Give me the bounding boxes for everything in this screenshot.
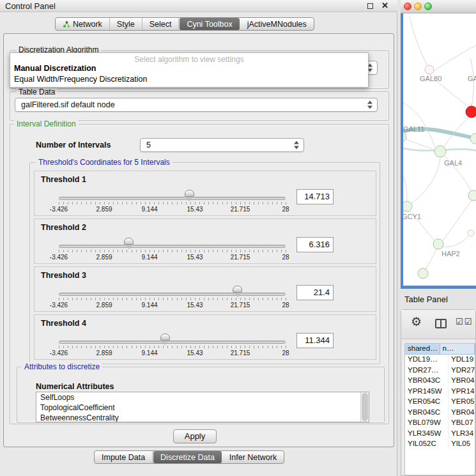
network-edge[interactable] [443, 200, 472, 241]
threshold-slider-ticks [59, 298, 286, 300]
network-edge[interactable] [410, 17, 427, 65]
bottom-tab-label: Discretize Data [160, 453, 215, 462]
network-node-label: GAL4 [444, 159, 462, 167]
attribute-list-item[interactable]: BetweennessCentrality [36, 413, 369, 422]
table-cell-shared-name[interactable]: YDR27… [405, 365, 449, 376]
network-node-label: GCY1 [403, 213, 421, 220]
table-row[interactable]: YBL079W YBL07 [405, 418, 475, 429]
table-cell-shared-name[interactable]: YIL052C [405, 439, 449, 450]
network-node[interactable] [403, 201, 412, 211]
network-node[interactable] [425, 65, 434, 74]
table-row[interactable]: YPR145W YPR14 [405, 387, 475, 397]
minimize-traffic-light-icon[interactable] [414, 3, 422, 10]
tick-label: 15.43 [182, 254, 208, 261]
threshold-slider-thumb[interactable] [185, 190, 194, 197]
top-tab[interactable]: Cyni Toolbox [180, 18, 239, 30]
table-cell-shared-name[interactable]: YLR345W [405, 429, 449, 440]
select-rows-icons[interactable]: ☑☑ [456, 317, 473, 326]
network-edge[interactable] [411, 157, 440, 204]
tick-label: 21.715 [227, 349, 253, 357]
table-cell-shared-name[interactable]: YPR145W [405, 387, 449, 397]
attribute-list-item[interactable]: SelfLoops [36, 392, 369, 403]
threshold-value-field[interactable]: 21.4 [296, 285, 334, 300]
table-cell-name[interactable]: YBR04 [449, 408, 475, 418]
table-row[interactable]: YBR043C YBR04 [405, 376, 475, 387]
network-edge[interactable] [403, 173, 407, 202]
table-column-header[interactable]: shared… [405, 344, 440, 355]
table-cell-name[interactable]: YPR14 [449, 387, 475, 397]
bottom-tab[interactable]: Infer Network [222, 451, 284, 463]
threshold-slider-thumb[interactable] [160, 334, 170, 341]
network-node[interactable] [470, 134, 476, 144]
table-row[interactable]: YBR045C YBR04 [405, 408, 475, 418]
table-cell-name[interactable]: YLR34 [449, 429, 475, 440]
table-cell-name[interactable]: YER05 [449, 397, 475, 408]
tick-label: 21.715 [227, 302, 253, 309]
table-cell-shared-name[interactable]: YBR045C [405, 408, 449, 418]
table-cell-name[interactable]: YDL19 [449, 355, 475, 365]
threshold-slider-track[interactable] [59, 245, 286, 248]
table-row[interactable]: YER054C YER05 [405, 397, 475, 408]
threshold-slider-track[interactable] [59, 341, 286, 344]
network-node[interactable] [433, 239, 443, 249]
apply-button[interactable]: Apply [173, 429, 217, 443]
tick-label: 28 [273, 254, 298, 261]
network-node[interactable] [468, 190, 476, 201]
network-window-titlebar [401, 0, 476, 13]
threshold-slider-track[interactable] [59, 293, 286, 296]
network-node-label: HAP2 [441, 250, 460, 257]
table-row[interactable]: YDL19… YDL19 [405, 355, 475, 365]
number-of-intervals-combobox[interactable]: 5 [140, 138, 304, 152]
network-edge[interactable] [426, 248, 437, 269]
table-row[interactable]: YIL052C YIL05 [405, 439, 475, 450]
close-icon[interactable]: ✕ [381, 1, 388, 10]
table-cell-name[interactable]: YDR27 [449, 365, 475, 376]
table-cell-shared-name[interactable]: YDL19… [405, 355, 449, 365]
threshold-value-field[interactable]: 6.316 [296, 237, 334, 252]
top-tab[interactable]: jActiveMNodules [240, 18, 314, 30]
network-node[interactable] [434, 146, 446, 157]
float-window-icon[interactable] [367, 3, 373, 9]
bottom-tab[interactable]: Discretize Data [153, 451, 222, 463]
table-cell-shared-name[interactable]: YBL079W [405, 418, 449, 429]
threshold-slider-thumb[interactable] [233, 286, 242, 293]
threshold-slider-thumb[interactable] [124, 238, 134, 245]
table-column-header[interactable]: n… [440, 344, 475, 355]
threshold-label: Threshold 4 [41, 319, 86, 328]
network-node[interactable] [466, 106, 476, 118]
top-tab[interactable]: Network [56, 18, 110, 30]
top-tab[interactable]: Select [142, 18, 180, 30]
threshold-value-field[interactable]: 14.713 [296, 189, 334, 204]
network-edge[interactable] [442, 236, 468, 247]
top-tab[interactable]: Style [110, 18, 142, 30]
gear-icon[interactable]: ⚙ [411, 316, 422, 328]
table-cell-name[interactable]: YIL05 [449, 439, 475, 450]
dropdown-option[interactable]: Manual Discretization [10, 63, 368, 74]
network-node-label: GAL80 [420, 75, 441, 82]
table-row[interactable]: YDR27… YDR27 [405, 365, 475, 376]
attribute-list-item[interactable]: TopologicalCoefficient [36, 403, 369, 413]
table-cell-shared-name[interactable]: YER054C [405, 397, 449, 408]
network-node[interactable] [468, 230, 474, 236]
zoom-traffic-light-icon[interactable] [424, 3, 432, 10]
table-cell-name[interactable]: YBR04 [449, 376, 475, 387]
threshold-value-field[interactable]: 11.344 [296, 333, 334, 348]
network-canvas[interactable]: GAL80GAGAL11GAL4GCY1HAP2 [403, 13, 476, 286]
network-node[interactable] [403, 132, 406, 142]
bottom-tab-label: Infer Network [229, 453, 277, 462]
table-cell-shared-name[interactable]: YBR043C [405, 376, 449, 387]
scrollbar-thumb[interactable] [362, 393, 368, 421]
table-cell-name[interactable]: YBL07 [449, 418, 475, 429]
table-row[interactable]: YLR345W YLR34 [405, 429, 475, 440]
network-node[interactable] [418, 268, 428, 279]
network-edge[interactable] [434, 45, 476, 71]
bottom-tab-bar: Impute Data Discretize Data Infer Networ… [94, 450, 284, 464]
list-scrollbar[interactable] [360, 392, 369, 422]
threshold-slider-track[interactable] [59, 197, 286, 200]
table-data-combobox[interactable]: galFiltered.sif default node [15, 98, 378, 112]
close-traffic-light-icon[interactable] [404, 3, 411, 10]
tick-label: 15.43 [182, 302, 208, 309]
bottom-tab[interactable]: Impute Data [95, 451, 153, 463]
columns-icon[interactable] [435, 319, 447, 328]
dropdown-option[interactable]: Equal Width/Frequency Discretization [10, 74, 368, 85]
